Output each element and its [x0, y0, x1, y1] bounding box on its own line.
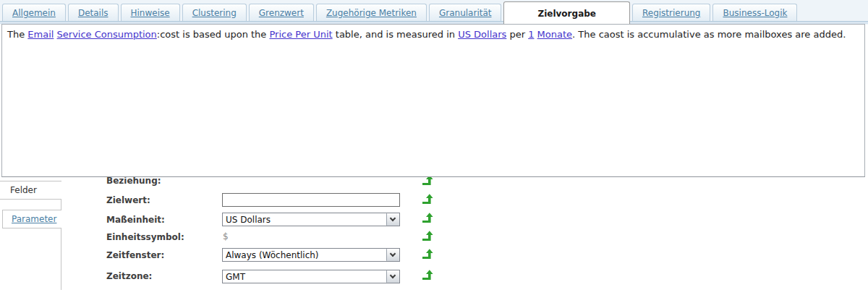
- tab-granularit-t[interactable]: Granularität: [429, 4, 502, 21]
- tab-label: Hinweise: [131, 8, 170, 18]
- tab-bar: AllgemeinDetailsHinweiseClusteringGrenzw…: [0, 0, 868, 25]
- masseinheit-selected-value: US Dollars: [226, 215, 271, 225]
- notes-text: The Email Service Consumption:cost is ba…: [7, 29, 859, 40]
- note-link-us-dollars[interactable]: US Dollars: [458, 29, 506, 40]
- einheitssymbol-value: $: [223, 231, 229, 241]
- apply-arrow-icon[interactable]: [422, 268, 434, 281]
- tab-label: Details: [78, 8, 109, 18]
- note-text: The: [7, 29, 27, 40]
- zeitfenster-label: Zeitfenster:: [106, 250, 164, 260]
- side-tab-label: Felder: [10, 185, 37, 195]
- tab-zugeh-rige-metriken[interactable]: Zugehörige Metriken: [316, 4, 427, 21]
- dropdown-button[interactable]: [386, 270, 399, 283]
- zeitzone-selected-value: GMT: [226, 272, 245, 282]
- apply-arrow-icon[interactable]: [422, 247, 434, 260]
- tab-details[interactable]: Details: [68, 4, 119, 21]
- tab-label: Grenzwert: [259, 8, 304, 18]
- note-text: . The caost is accumulative as more mail…: [572, 29, 846, 40]
- zeitfenster-selected-value: Always (Wöchentlich): [226, 250, 319, 260]
- tab-hinweise[interactable]: Hinweise: [121, 4, 180, 21]
- zielwert-label: Zielwert:: [106, 195, 150, 205]
- chevron-down-icon: [390, 273, 396, 278]
- beziehung-label: Beziehung:: [106, 176, 161, 186]
- tab-label: Allgemein: [12, 8, 56, 18]
- dropdown-button[interactable]: [386, 213, 399, 226]
- tab-clustering[interactable]: Clustering: [182, 4, 247, 21]
- notes-panel: The Email Service Consumption:cost is ba…: [1, 24, 865, 177]
- zeitzone-select[interactable]: GMT: [222, 270, 400, 283]
- tab-label: Clustering: [192, 8, 237, 18]
- tab-label: Registrierung: [642, 8, 701, 18]
- masseinheit-select[interactable]: US Dollars: [222, 213, 400, 226]
- apply-arrow-icon[interactable]: [422, 192, 434, 205]
- zielvorgabe-screen: AllgemeinDetailsHinweiseClusteringGrenzw…: [0, 0, 868, 295]
- tab-allgemein[interactable]: Allgemein: [2, 4, 66, 21]
- side-tab-parameter[interactable]: Parameter: [2, 210, 61, 228]
- note-link-service-consumption[interactable]: Service Consumption: [57, 29, 157, 40]
- note-text: :cost is based upon the: [157, 29, 270, 40]
- zielwert-input[interactable]: [222, 193, 400, 207]
- tab-label: Granularität: [439, 8, 492, 18]
- tab-business-logik[interactable]: Business-Logik: [712, 4, 797, 21]
- side-tab-felder[interactable]: Felder: [0, 181, 61, 200]
- tab-grenzwert[interactable]: Grenzwert: [249, 4, 314, 21]
- masseinheit-label: Maßeinheit:: [106, 215, 165, 225]
- dropdown-button[interactable]: [386, 249, 399, 261]
- side-tab-label: Parameter: [12, 214, 56, 224]
- tab-label: Business-Logik: [723, 8, 787, 18]
- note-link-email[interactable]: Email: [27, 29, 54, 40]
- tab-label: Zugehörige Metriken: [326, 8, 417, 18]
- tab-list: AllgemeinDetailsHinweiseClusteringGrenzw…: [2, 0, 799, 25]
- note-text: table, and is measured in: [333, 29, 459, 40]
- tab-registrierung[interactable]: Registrierung: [632, 4, 711, 21]
- tab-label: Zielvorgabe: [537, 9, 595, 19]
- apply-arrow-icon[interactable]: [422, 229, 434, 241]
- chevron-down-icon: [390, 251, 396, 257]
- note-text: per: [506, 29, 528, 40]
- tab-zielvorgabe[interactable]: Zielvorgabe: [503, 1, 629, 25]
- chevron-down-icon: [390, 215, 396, 221]
- apply-arrow-icon[interactable]: [422, 211, 434, 223]
- note-link-monate[interactable]: Monate: [537, 29, 572, 40]
- note-link-price-per-unit[interactable]: Price Per Unit: [269, 29, 332, 40]
- einheitssymbol-label: Einheitssymbol:: [106, 232, 184, 242]
- zeitfenster-select[interactable]: Always (Wöchentlich): [222, 248, 400, 262]
- zeitzone-label: Zeitzone:: [106, 271, 152, 281]
